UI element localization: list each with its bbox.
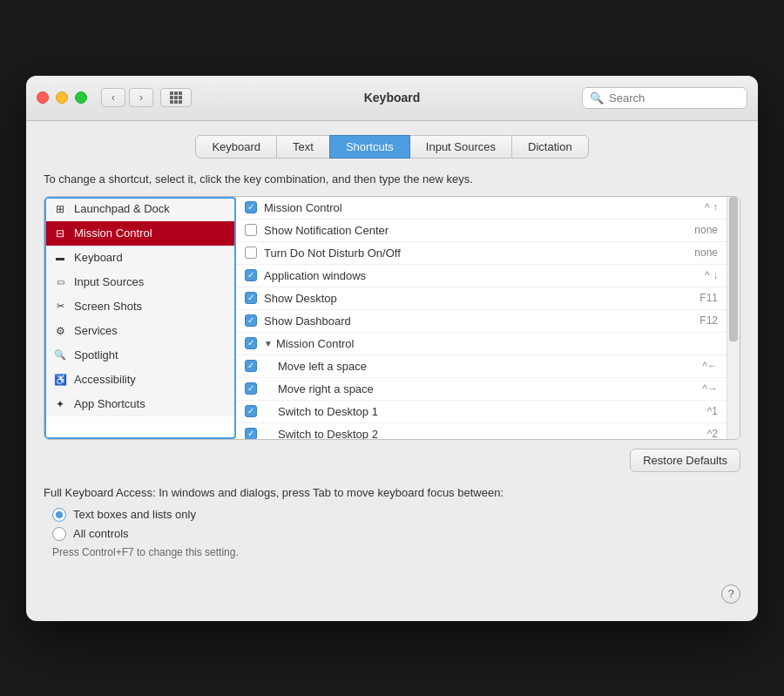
grid-view-button[interactable] <box>160 88 192 107</box>
shortcut-row-mc-group[interactable]: ✓ ▼ Mission Control <box>236 333 727 355</box>
shortcut-row-app-windows[interactable]: ✓ Application windows ^ ↓ <box>236 265 727 287</box>
help-area: ? <box>44 585 740 604</box>
triangle-icon: ▼ <box>264 339 273 348</box>
shortcut-row-desktop-1[interactable]: ✓ Switch to Desktop 1 ^1 <box>236 401 727 423</box>
tab-text[interactable]: Text <box>276 135 330 159</box>
traffic-lights <box>37 91 87 104</box>
radio-all-controls-label: All controls <box>73 527 129 540</box>
screen-shots-icon: ✂ <box>53 300 67 314</box>
search-icon: 🔍 <box>590 91 604 105</box>
tab-keyboard[interactable]: Keyboard <box>195 135 277 159</box>
sidebar-item-services[interactable]: ⚙ Services <box>44 319 235 343</box>
sidebar-item-accessibility[interactable]: ♿ Accessibility <box>44 368 235 392</box>
close-button[interactable] <box>37 91 49 104</box>
checkbox-desktop-2[interactable]: ✓ <box>245 428 257 439</box>
search-box[interactable]: 🔍 <box>582 87 747 109</box>
radio-group: Text boxes and lists only All controls <box>52 508 740 541</box>
sidebar-item-screen-shots[interactable]: ✂ Screen Shots <box>44 294 235 319</box>
sidebar-item-input-sources[interactable]: ▭ Input Sources <box>44 270 235 294</box>
checkbox-move-right[interactable]: ✓ <box>245 382 257 395</box>
restore-defaults-area: Restore Defaults <box>44 449 740 472</box>
sidebar-item-mission-control[interactable]: ⊟ Mission Control <box>44 221 235 246</box>
shortcut-key-dnd: none <box>694 247 718 259</box>
sidebar-item-app-shortcuts[interactable]: ✦ App Shortcuts <box>44 392 235 416</box>
tab-dictation[interactable]: Dictation <box>511 135 589 159</box>
shortcut-name-notification-center: Show Notification Center <box>264 224 687 237</box>
sidebar-label-mission-control: Mission Control <box>74 226 152 240</box>
checkbox-dnd[interactable] <box>245 247 257 259</box>
forward-button[interactable]: › <box>129 88 153 107</box>
radio-text-boxes-circle[interactable] <box>52 508 66 522</box>
sidebar-label-keyboard: Keyboard <box>74 251 123 264</box>
sidebar: ⊞ Launchpad & Dock ⊟ Mission Control ▬ K… <box>44 197 236 416</box>
checkmark-icon: ✓ <box>247 384 254 393</box>
tab-bar: Keyboard Text Shortcuts Input Sources Di… <box>44 135 740 159</box>
shortcut-row-show-desktop[interactable]: ✓ Show Desktop F11 <box>236 287 727 310</box>
shortcut-row-desktop-2[interactable]: ✓ Switch to Desktop 2 ^2 <box>236 423 727 439</box>
checkbox-move-left[interactable]: ✓ <box>245 360 257 372</box>
mission-control-icon: ⊟ <box>53 226 67 240</box>
sidebar-label-input-sources: Input Sources <box>74 275 144 288</box>
shortcut-name-mission-control: Mission Control <box>264 201 698 214</box>
sidebar-item-launchpad-dock[interactable]: ⊞ Launchpad & Dock <box>44 197 235 221</box>
checkbox-mission-control[interactable]: ✓ <box>245 201 257 213</box>
shortcut-key-desktop-2: ^2 <box>707 428 718 439</box>
shortcut-row-show-dashboard[interactable]: ✓ Show Dashboard F12 <box>236 310 727 333</box>
keyboard-icon: ▬ <box>53 251 67 265</box>
checkbox-show-dashboard[interactable]: ✓ <box>245 314 257 327</box>
shortcuts-panel: ✓ Mission Control ^ ↑ Show Notification … <box>236 197 727 439</box>
search-input[interactable] <box>609 91 740 105</box>
shortcut-key-show-dashboard: F12 <box>700 314 718 327</box>
tab-shortcuts[interactable]: Shortcuts <box>329 135 410 159</box>
minimize-button[interactable] <box>56 91 68 104</box>
shortcut-row-move-left[interactable]: ✓ Move left a space ^← <box>236 355 727 378</box>
radio-all-controls-circle[interactable] <box>52 527 66 541</box>
main-panel: ⊞ Launchpad & Dock ⊟ Mission Control ▬ K… <box>44 196 740 440</box>
keyboard-access-title: Full Keyboard Access: In windows and dia… <box>44 486 740 499</box>
back-button[interactable]: ‹ <box>101 88 125 107</box>
shortcut-name-desktop-1: Switch to Desktop 1 <box>278 405 700 418</box>
checkmark-icon: ✓ <box>247 271 254 280</box>
shortcut-name-show-desktop: Show Desktop <box>264 292 693 305</box>
keyboard-access-section: Full Keyboard Access: In windows and dia… <box>44 486 740 558</box>
restore-defaults-button[interactable]: Restore Defaults <box>630 449 740 472</box>
checkmark-icon: ✓ <box>247 316 254 325</box>
scrollbar[interactable] <box>727 197 740 439</box>
accessibility-icon: ♿ <box>53 373 67 387</box>
shortcut-key-move-right: ^→ <box>702 382 718 395</box>
checkbox-notification-center[interactable] <box>245 224 257 236</box>
help-button[interactable]: ? <box>721 585 740 604</box>
app-shortcuts-icon: ✦ <box>53 397 67 411</box>
maximize-button[interactable] <box>75 91 87 104</box>
scrollbar-thumb[interactable] <box>729 197 738 342</box>
shortcut-name-mc-group: ▼ Mission Control <box>264 337 718 350</box>
shortcut-row-dnd[interactable]: Turn Do Not Disturb On/Off none <box>236 242 727 265</box>
sidebar-item-keyboard[interactable]: ▬ Keyboard <box>44 246 235 270</box>
shortcut-name-dnd: Turn Do Not Disturb On/Off <box>264 247 687 260</box>
radio-text-boxes[interactable]: Text boxes and lists only <box>52 508 740 522</box>
press-hint: Press Control+F7 to change this setting. <box>52 546 740 558</box>
shortcut-row-move-right[interactable]: ✓ Move right a space ^→ <box>236 378 727 401</box>
sidebar-label-screen-shots: Screen Shots <box>74 300 142 313</box>
sidebar-item-spotlight[interactable]: 🔍 Spotlight <box>44 343 235 368</box>
shortcut-row-mission-control[interactable]: ✓ Mission Control ^ ↑ <box>236 197 727 220</box>
checkbox-mc-group[interactable]: ✓ <box>245 337 257 349</box>
radio-all-controls[interactable]: All controls <box>52 527 740 541</box>
spotlight-icon: 🔍 <box>53 348 67 362</box>
window-title: Keyboard <box>364 91 421 105</box>
hint-text: To change a shortcut, select it, click t… <box>44 172 740 186</box>
shortcut-key-mission-control: ^ ↑ <box>705 201 718 213</box>
radio-selected-indicator <box>56 511 63 518</box>
shortcut-key-notification-center: none <box>694 224 718 236</box>
sidebar-label-services: Services <box>74 324 118 337</box>
checkmark-icon: ✓ <box>247 294 254 302</box>
tab-input-sources[interactable]: Input Sources <box>409 135 512 159</box>
shortcut-name-app-windows: Application windows <box>264 269 698 282</box>
grid-icon <box>170 91 182 104</box>
checkbox-app-windows[interactable]: ✓ <box>245 269 257 281</box>
checkmark-icon: ✓ <box>247 429 254 438</box>
sidebar-label-app-shortcuts: App Shortcuts <box>74 397 145 410</box>
checkbox-show-desktop[interactable]: ✓ <box>245 292 257 304</box>
shortcut-row-notification-center[interactable]: Show Notification Center none <box>236 220 727 242</box>
checkbox-desktop-1[interactable]: ✓ <box>245 405 257 417</box>
